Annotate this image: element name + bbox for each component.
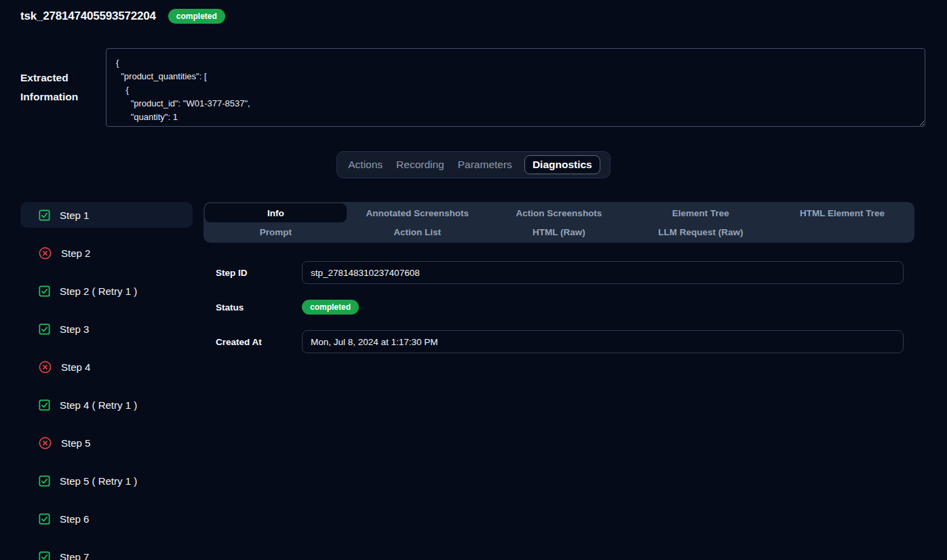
subtab-info[interactable]: Info	[205, 203, 347, 222]
subtab-html-raw[interactable]: HTML (Raw)	[488, 222, 630, 241]
status-label: Status	[216, 302, 302, 313]
step-item-label: Step 5	[61, 437, 90, 449]
tab-actions[interactable]: Actions	[347, 156, 384, 174]
check-square-icon	[38, 285, 51, 298]
check-square-icon	[38, 551, 51, 560]
step-item-label: Step 6	[60, 513, 89, 525]
subtab-html-element-tree[interactable]: HTML Element Tree	[771, 203, 913, 222]
subtab-action-screenshots[interactable]: Action Screenshots	[488, 203, 630, 222]
step-item-step-4-retry-1[interactable]: Step 4 ( Retry 1 )	[20, 392, 193, 418]
status-row: Status completed	[216, 299, 914, 315]
x-circle-icon	[38, 246, 52, 260]
check-square-icon	[38, 399, 51, 412]
step-item-label: Step 2	[61, 247, 90, 259]
subtab-prompt[interactable]: Prompt	[205, 222, 347, 241]
content: Step 1Step 2Step 2 ( Retry 1 )Step 3Step…	[20, 202, 914, 560]
step-id-row: Step ID	[216, 261, 914, 284]
steps-sidebar: Step 1Step 2Step 2 ( Retry 1 )Step 3Step…	[20, 202, 193, 560]
subtab-llm-request-raw[interactable]: LLM Request (Raw)	[630, 222, 771, 241]
step-item-label: Step 1	[60, 209, 89, 221]
step-status-badge: completed	[302, 300, 359, 315]
extracted-information-label: Extracted Information	[20, 68, 91, 106]
extracted-information-textarea[interactable]: { "product_quantities": [ { "product_id"…	[106, 48, 925, 127]
step-id-label: Step ID	[216, 268, 302, 278]
diagnostics-tab-bar: InfoAnnotated ScreenshotsAction Screensh…	[204, 202, 914, 243]
subtab-element-tree[interactable]: Element Tree	[630, 203, 771, 222]
step-item-step-5-retry-1[interactable]: Step 5 ( Retry 1 )	[20, 468, 193, 494]
step-item-step-4[interactable]: Step 4	[20, 354, 193, 380]
step-item-label: Step 2 ( Retry 1 )	[60, 285, 137, 297]
diagnostics-panel: InfoAnnotated ScreenshotsAction Screensh…	[204, 202, 914, 368]
extracted-information-section: Extracted Information { "product_quantit…	[20, 48, 925, 127]
tab-parameters[interactable]: Parameters	[457, 156, 514, 174]
step-item-step-6[interactable]: Step 6	[20, 506, 193, 532]
info-fields: Step ID Status completed Created At	[204, 261, 914, 353]
step-item-label: Step 5 ( Retry 1 )	[60, 475, 137, 487]
step-item-step-2-retry-1[interactable]: Step 2 ( Retry 1 )	[20, 278, 193, 304]
step-item-step-3[interactable]: Step 3	[20, 316, 193, 342]
subtab-action-list[interactable]: Action List	[347, 222, 488, 241]
step-item-label: Step 7	[60, 551, 89, 560]
x-circle-icon	[38, 436, 52, 450]
created-at-label: Created At	[216, 337, 302, 347]
page-title: tsk_278147405593572204	[20, 9, 156, 23]
check-square-icon	[38, 209, 51, 222]
check-square-icon	[38, 475, 51, 487]
main-tab-bar: ActionsRecordingParametersDiagnostics	[336, 151, 610, 178]
tab-recording[interactable]: Recording	[395, 156, 446, 174]
step-item-label: Step 3	[60, 323, 89, 335]
task-status-badge: completed	[168, 9, 225, 24]
step-item-step-1[interactable]: Step 1	[20, 202, 193, 228]
header: tsk_278147405593572204 completed	[0, 0, 947, 24]
created-at-input[interactable]	[302, 330, 904, 353]
step-item-label: Step 4 ( Retry 1 )	[60, 399, 137, 411]
step-item-step-7[interactable]: Step 7	[20, 544, 193, 560]
check-square-icon	[38, 323, 51, 336]
step-item-label: Step 4	[61, 361, 90, 373]
step-item-step-5[interactable]: Step 5	[20, 430, 193, 456]
check-square-icon	[38, 513, 51, 525]
tab-diagnostics[interactable]: Diagnostics	[524, 155, 600, 174]
x-circle-icon	[38, 360, 52, 374]
subtab-annotated-screenshots[interactable]: Annotated Screenshots	[347, 203, 488, 222]
step-item-step-2[interactable]: Step 2	[20, 240, 193, 266]
step-id-input[interactable]	[302, 261, 904, 284]
created-at-row: Created At	[216, 330, 914, 353]
